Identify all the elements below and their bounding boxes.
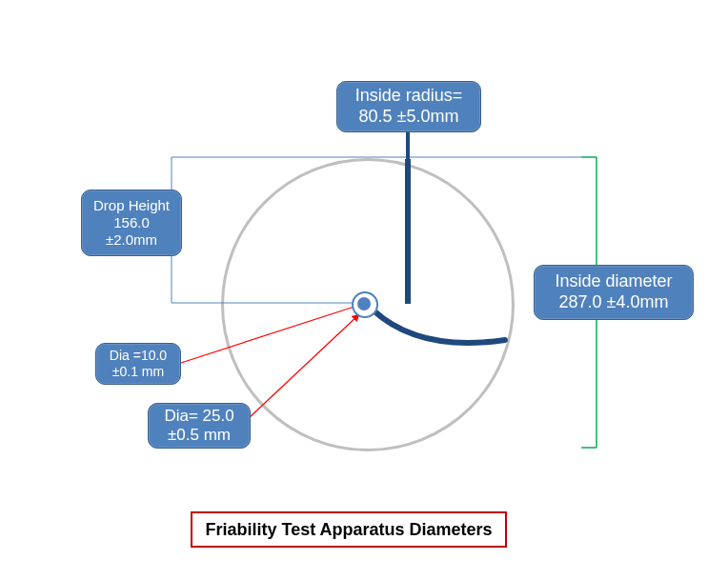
- callout-dia-large: Dia= 25.0 ±0.5 mm: [148, 403, 251, 449]
- text: ±0.5 mm: [168, 426, 231, 445]
- text: ±2.0mm: [106, 231, 157, 249]
- callout-inside-radius: Inside radius= 80.5 ±5.0mm: [336, 81, 481, 132]
- text: Inside radius=: [355, 86, 463, 107]
- caption-text: Friability Test Apparatus Diameters: [205, 520, 492, 540]
- callout-drop-height: Drop Height 156.0 ±2.0mm: [81, 190, 182, 256]
- text: 156.0: [113, 214, 150, 231]
- text: 287.0 ±4.0mm: [559, 292, 669, 313]
- callout-inside-diameter: Inside diameter 287.0 ±4.0mm: [534, 265, 694, 320]
- diagram-stage: Inside radius= 80.5 ±5.0mm Drop Height 1…: [0, 0, 728, 580]
- hub-inner-dot: [357, 297, 371, 310]
- text: ±0.1 mm: [112, 364, 164, 380]
- caption: Friability Test Apparatus Diameters: [191, 511, 507, 548]
- text: 80.5 ±5.0mm: [359, 107, 459, 128]
- text: Dia= 25.0: [164, 407, 233, 426]
- callout-dia-small: Dia =10.0 ±0.1 mm: [95, 343, 181, 385]
- text: Drop Height: [93, 197, 170, 214]
- text: Inside diameter: [555, 271, 672, 292]
- text: Dia =10.0: [110, 348, 167, 364]
